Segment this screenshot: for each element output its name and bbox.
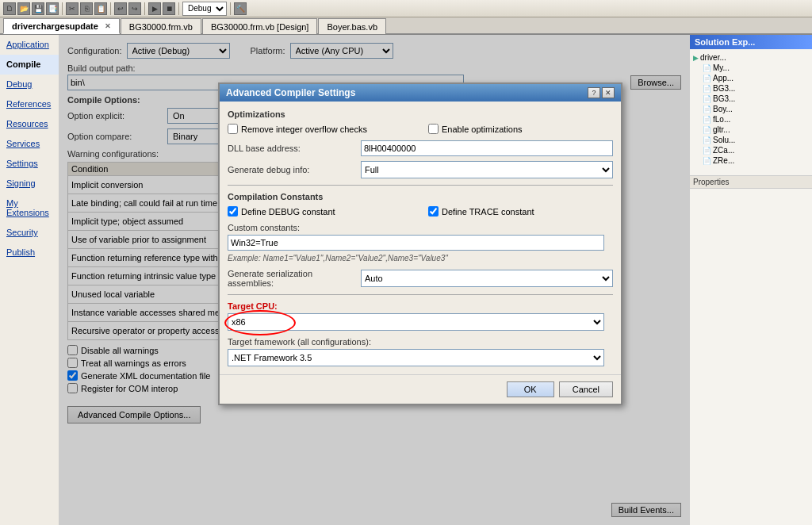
nav-signing[interactable]: Signing — [0, 174, 59, 194]
remove-integer-label: Remove integer overflow checks — [241, 125, 367, 134]
dialog-help-button[interactable]: ? — [588, 87, 600, 98]
list-item[interactable]: 📄 Boy... — [693, 104, 809, 114]
dll-base-label: DLL base address: — [228, 144, 354, 153]
tabs-bar: driverchargesupdate ✕ BG30000.frm.vb BG3… — [0, 17, 812, 35]
generate-debug-label: Generate debug info: — [228, 165, 354, 174]
target-framework-section: Target framework (all configurations): .… — [228, 337, 613, 366]
item-icon: 📄 — [703, 105, 711, 113]
list-item[interactable]: 📄 My... — [693, 63, 809, 73]
tab-bg30000-frm[interactable]: BG30000.frm.vb — [121, 18, 201, 34]
run-icon[interactable]: ▶ — [148, 2, 161, 15]
target-framework-select[interactable]: .NET Framework 3.5 — [228, 349, 604, 366]
list-item[interactable]: 📄 gltr... — [693, 125, 809, 135]
nav-services[interactable]: Services — [0, 134, 59, 154]
tab-driverchargesupdate[interactable]: driverchargesupdate ✕ — [3, 18, 120, 34]
dialog-overlay: Advanced Compiler Settings ? ✕ Optimizat… — [59, 35, 689, 525]
nav-resources[interactable]: Resources — [0, 114, 59, 134]
stop-icon[interactable]: ⏹ — [163, 2, 175, 15]
target-cpu-input-wrapper: x86 — [228, 313, 604, 331]
custom-constants-section: Custom constants: — [228, 223, 613, 251]
separator — [62, 2, 63, 15]
separator — [230, 2, 231, 15]
remove-integer-checkbox[interactable] — [228, 124, 238, 134]
left-nav: Application Compile Debug References Res… — [0, 35, 59, 525]
serialization-select[interactable]: Auto — [361, 270, 613, 287]
file-open-icon[interactable]: 📂 — [17, 2, 30, 15]
undo-icon[interactable]: ↩ — [114, 2, 127, 15]
list-item[interactable]: ▶ driver... — [693, 52, 809, 63]
redo-icon[interactable]: ↪ — [128, 2, 141, 15]
dialog-title-buttons: ? ✕ — [588, 87, 615, 98]
example-text: Example: Name1="Value1",Name2="Value2",N… — [228, 254, 613, 262]
remove-integer-check: Remove integer overflow checks — [228, 124, 412, 134]
nav-security[interactable]: Security — [0, 223, 59, 243]
file-new-icon[interactable]: 🗋 — [3, 2, 16, 15]
nav-publish[interactable]: Publish — [0, 243, 59, 262]
nav-debug[interactable]: Debug — [0, 75, 59, 94]
list-item[interactable]: 📄 BG3... — [693, 94, 809, 104]
optimizations-section-label: Optimizations — [228, 109, 613, 119]
list-item[interactable]: 📄 ZCa... — [693, 145, 809, 155]
nav-application[interactable]: Application — [0, 35, 59, 55]
build-icon[interactable]: 🔨 — [234, 2, 247, 15]
compilation-constants-label: Compilation Constants — [228, 192, 613, 201]
nav-settings[interactable]: Settings — [0, 154, 59, 174]
nav-references[interactable]: References — [0, 94, 59, 114]
target-cpu-label: Target CPU: — [228, 301, 613, 311]
enable-optimizations-checkbox[interactable] — [428, 124, 439, 134]
dialog-title: Advanced Compiler Settings — [226, 87, 355, 98]
properties-label: Properties — [690, 176, 812, 189]
content-area: Configuration: Active (Debug) Platform: … — [59, 35, 689, 525]
dialog-body: Optimizations Remove integer overflow ch… — [220, 102, 621, 374]
tab-close-icon[interactable]: ✕ — [105, 22, 111, 30]
tab-bg30000-design[interactable]: BG30000.frm.vb [Design] — [202, 18, 318, 34]
dll-base-input[interactable] — [361, 140, 613, 156]
separator — [228, 185, 613, 186]
item-icon: 📄 — [703, 126, 711, 134]
save-all-icon[interactable]: 📑 — [46, 2, 59, 15]
target-cpu-select[interactable]: x86 — [228, 313, 604, 331]
define-debug-label: Define DEBUG constant — [241, 207, 335, 217]
dialog-footer: OK Cancel — [220, 374, 621, 404]
item-icon: 📄 — [703, 116, 711, 124]
solution-explorer-title: Solution Exp... — [690, 35, 812, 49]
generate-debug-row: Generate debug info: Full — [228, 161, 613, 178]
define-debug-check: Define DEBUG constant — [228, 206, 412, 217]
custom-constants-input[interactable] — [228, 235, 604, 251]
solution-tree: ▶ driver... 📄 My... 📄 App... 📄 BG3... 📄 … — [690, 49, 812, 169]
item-icon: 📄 — [703, 147, 711, 155]
separator — [110, 2, 111, 15]
paste-icon[interactable]: 📋 — [94, 2, 107, 15]
main-layout: Application Compile Debug References Res… — [0, 35, 812, 525]
separator — [178, 2, 179, 15]
dialog-close-button[interactable]: ✕ — [602, 87, 615, 98]
serialization-row: Generate serialization assemblies: Auto — [228, 269, 613, 288]
toolbar: 🗋 📂 💾 📑 ✂ ⎘ 📋 ↩ ↪ ▶ ⏹ Debug 🔨 — [0, 0, 812, 17]
enable-optimizations-check: Enable optimizations — [428, 124, 613, 134]
dialog-titlebar: Advanced Compiler Settings ? ✕ — [220, 84, 621, 102]
copy-icon[interactable]: ⎘ — [80, 2, 93, 15]
list-item[interactable]: 📄 BG3... — [693, 83, 809, 94]
nav-compile[interactable]: Compile — [0, 55, 59, 75]
serialization-label: Generate serialization assemblies: — [228, 269, 354, 288]
list-item[interactable]: 📄 ZRe... — [693, 155, 809, 166]
cut-icon[interactable]: ✂ — [66, 2, 79, 15]
dll-base-row: DLL base address: — [228, 140, 613, 156]
define-trace-checkbox[interactable] — [428, 206, 439, 217]
nav-my-extensions[interactable]: My Extensions — [0, 194, 59, 223]
tab-boyer[interactable]: Boyer.bas.vb — [318, 18, 386, 34]
item-icon: 📄 — [703, 136, 711, 144]
constants-checks-row: Define DEBUG constant Define TRACE const… — [228, 206, 613, 217]
dialog-ok-button[interactable]: OK — [507, 381, 554, 397]
generate-debug-select[interactable]: Full — [361, 161, 613, 178]
define-debug-checkbox[interactable] — [228, 206, 238, 217]
list-item[interactable]: 📄 fLo... — [693, 114, 809, 125]
file-save-icon[interactable]: 💾 — [32, 2, 44, 15]
optimizations-row: Remove integer overflow checks Enable op… — [228, 124, 613, 134]
list-item[interactable]: 📄 Solu... — [693, 135, 809, 145]
dialog-cancel-button[interactable]: Cancel — [559, 381, 613, 397]
debug-config-select[interactable]: Debug — [182, 2, 227, 16]
list-item[interactable]: 📄 App... — [693, 73, 809, 83]
advanced-compiler-dialog: Advanced Compiler Settings ? ✕ Optimizat… — [218, 82, 622, 405]
properties-section: Properties — [690, 175, 812, 189]
